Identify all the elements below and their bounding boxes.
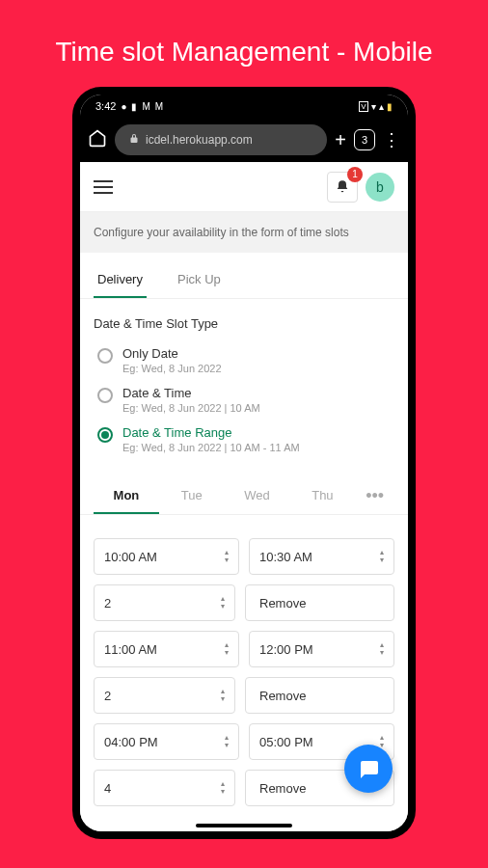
lock-icon [128, 133, 140, 148]
status-time: 3:42 [95, 100, 116, 112]
time-value: 04:00 PM [104, 735, 225, 749]
description-text: Configure your availability in the form … [80, 212, 408, 253]
chevron-down-icon: ▴▾ [380, 641, 384, 657]
more-days-icon[interactable]: ••• [355, 478, 394, 514]
qty-value: 2 [104, 596, 221, 610]
new-tab-icon[interactable]: + [335, 129, 346, 151]
radio-example: Eg: Wed, 8 Jun 2022 | 10 AM - 11 AM [122, 442, 300, 453]
qty-value: 4 [104, 781, 221, 796]
tab-tue[interactable]: Tue [159, 478, 225, 514]
bookmark-icon: ▮ [131, 101, 137, 112]
radio-date-time-range[interactable]: Date & Time Range Eg: Wed, 8 Jun 2022 | … [94, 420, 394, 459]
bell-icon [335, 179, 350, 195]
chevron-down-icon: ▴▾ [225, 734, 229, 749]
radio-example: Eg: Wed, 8 Jun 2022 | 10 AM [122, 402, 260, 414]
phone-frame: 3:42 ● ▮ M M V ▾ ▴ ▮ icdel.herokuapp [72, 87, 416, 839]
chevron-down-icon: ▴▾ [380, 549, 384, 564]
notification-badge: 1 [347, 167, 363, 182]
from-time-select[interactable]: 10:00 AM ▴▾ [94, 538, 239, 575]
radio-label: Date & Time Range [122, 425, 300, 440]
radio-only-date[interactable]: Only Date Eg: Wed, 8 Jun 2022 [94, 340, 394, 380]
from-time-select[interactable]: 11:00 AM ▴▾ [94, 631, 239, 667]
qty-value: 2 [104, 689, 221, 703]
time-value: 12:00 PM [259, 642, 380, 657]
notifications-button[interactable]: 1 [327, 172, 358, 203]
stepper-icon: ▴▾ [221, 780, 225, 796]
home-icon[interactable] [88, 128, 107, 152]
tab-wed[interactable]: Wed [225, 478, 290, 514]
radio-label: Only Date [122, 346, 222, 361]
page-title: Time slot Management - Mobile [55, 37, 432, 68]
volte-icon: V [359, 101, 368, 112]
tab-delivery[interactable]: Delivery [94, 262, 147, 298]
radio-group: Only Date Eg: Wed, 8 Jun 2022 Date & Tim… [80, 340, 408, 459]
stepper-icon: ▴▾ [221, 688, 225, 703]
tab-count[interactable]: 3 [354, 129, 375, 150]
radio-icon [97, 388, 113, 403]
signal-icon: ▴ [379, 101, 384, 112]
main-content: Delivery Pick Up Date & Time Slot Type O… [80, 253, 408, 831]
stepper-icon: ▴▾ [221, 595, 225, 610]
phone-screen: 3:42 ● ▮ M M V ▾ ▴ ▮ icdel.herokuapp [80, 95, 408, 831]
url-bar[interactable]: icdel.herokuapp.com [115, 124, 327, 155]
quantity-stepper[interactable]: 4 ▴▾ [94, 770, 235, 806]
tab-thu[interactable]: Thu [289, 478, 355, 514]
hamburger-icon[interactable] [94, 180, 113, 194]
gesture-bar [196, 824, 292, 827]
battery-icon: ▮ [387, 101, 393, 112]
chat-fab[interactable] [344, 745, 393, 793]
section-title: Date & Time Slot Type [80, 299, 408, 340]
to-time-select[interactable]: 12:00 PM ▴▾ [249, 631, 394, 667]
status-bar: 3:42 ● ▮ M M V ▾ ▴ ▮ [80, 95, 408, 118]
gmail-icon: M [155, 101, 163, 112]
tab-pickup[interactable]: Pick Up [174, 262, 225, 298]
time-value: 10:00 AM [104, 550, 225, 564]
quantity-stepper[interactable]: 2 ▴▾ [94, 584, 235, 621]
time-value: 10:30 AM [259, 550, 380, 564]
avatar[interactable]: b [366, 173, 394, 202]
radio-example: Eg: Wed, 8 Jun 2022 [122, 363, 222, 374]
more-icon[interactable]: ⋮ [383, 129, 400, 150]
chevron-down-icon: ▴▾ [225, 549, 229, 564]
radio-label: Date & Time [122, 386, 260, 400]
to-time-select[interactable]: 10:30 AM ▴▾ [249, 538, 394, 575]
remove-button[interactable]: Remove [245, 584, 394, 621]
quantity-stepper[interactable]: 2 ▴▾ [94, 677, 235, 714]
gmail-icon: M [142, 101, 149, 112]
radio-icon [97, 427, 113, 443]
remove-button[interactable]: Remove [245, 677, 394, 714]
tab-mon[interactable]: Mon [94, 478, 159, 514]
radio-date-time[interactable]: Date & Time Eg: Wed, 8 Jun 2022 | 10 AM [94, 380, 394, 420]
radio-icon [97, 348, 113, 364]
circle-icon: ● [121, 101, 126, 112]
time-value: 11:00 AM [104, 642, 225, 657]
browser-toolbar: icdel.herokuapp.com + 3 ⋮ [80, 118, 408, 162]
url-text: icdel.herokuapp.com [146, 133, 253, 147]
main-tabs: Delivery Pick Up [80, 262, 408, 299]
from-time-select[interactable]: 04:00 PM ▴▾ [94, 723, 239, 760]
wifi-icon: ▾ [371, 101, 376, 112]
chevron-down-icon: ▴▾ [225, 641, 229, 657]
chat-icon [357, 757, 380, 780]
day-tabs: Mon Tue Wed Thu ••• [80, 478, 408, 515]
app-header: 1 b [80, 162, 408, 212]
